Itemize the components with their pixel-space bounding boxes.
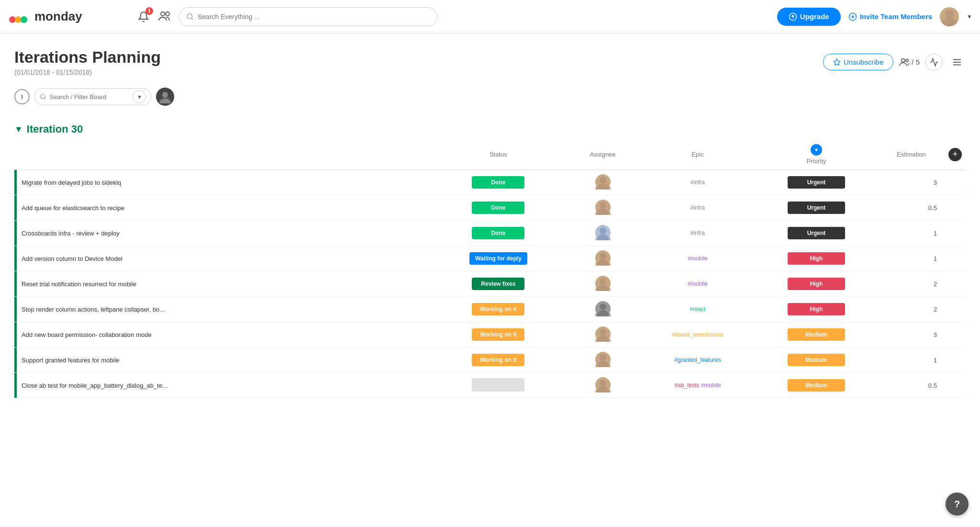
svg-point-29 bbox=[600, 202, 606, 209]
header-right: Upgrade Invite Team Members ▼ bbox=[777, 7, 972, 26]
priority-cell[interactable]: Urgent bbox=[755, 170, 878, 195]
row-action-cell bbox=[945, 221, 966, 246]
svg-point-3 bbox=[161, 12, 165, 16]
epic-cell[interactable]: #board_permissions bbox=[641, 322, 755, 348]
task-name-cell: Reset trial notification resurrect for m… bbox=[14, 271, 432, 297]
svg-marker-14 bbox=[834, 59, 840, 65]
info-button[interactable]: I bbox=[14, 89, 30, 104]
table-header-row: Status Assignee Epic ▾ Priority Estimati… bbox=[14, 139, 966, 170]
status-cell[interactable]: Working on it bbox=[432, 297, 565, 322]
toolbar: I ▾ bbox=[14, 88, 966, 106]
priority-cell[interactable]: Medium bbox=[755, 322, 878, 348]
estimation-cell: 0.5 bbox=[878, 373, 945, 398]
priority-cell[interactable]: Medium bbox=[755, 373, 878, 398]
col-header-status: Status bbox=[432, 139, 565, 170]
svg-point-1 bbox=[15, 16, 22, 23]
svg-point-2 bbox=[21, 16, 27, 23]
avatar-dropdown-icon[interactable]: ▼ bbox=[967, 13, 972, 20]
board-title-right: Unsubscribe / 5 bbox=[823, 54, 966, 71]
user-avatar[interactable] bbox=[940, 7, 959, 26]
svg-point-20 bbox=[41, 94, 45, 99]
epic-cell[interactable]: #infra bbox=[641, 170, 755, 195]
assignee-cell bbox=[565, 221, 641, 246]
group-header[interactable]: ▼ Iteration 30 bbox=[14, 115, 966, 139]
status-cell[interactable]: Done bbox=[432, 195, 565, 221]
search-input[interactable] bbox=[198, 13, 430, 21]
row-action-cell bbox=[945, 297, 966, 322]
svg-point-0 bbox=[9, 16, 16, 23]
menu-button[interactable] bbox=[948, 54, 966, 71]
assignee-cell bbox=[565, 373, 641, 398]
app-header: monday 1 Upgrade bbox=[0, 0, 980, 34]
status-cell[interactable] bbox=[432, 373, 565, 398]
row-action-cell bbox=[945, 170, 966, 195]
svg-point-41 bbox=[600, 303, 606, 310]
add-column-button[interactable]: + bbox=[948, 148, 962, 161]
priority-cell[interactable]: High bbox=[755, 246, 878, 271]
task-name-cell: Migrate from delayed jobs to sidekiq bbox=[14, 170, 432, 195]
unsubscribe-button[interactable]: Unsubscribe bbox=[823, 54, 893, 70]
status-cell[interactable]: Done bbox=[432, 221, 565, 246]
row-action-cell bbox=[945, 246, 966, 271]
table-row: Close ab test for mobile_app_battery_dia… bbox=[14, 373, 966, 398]
status-cell[interactable]: Done bbox=[432, 170, 565, 195]
epic-cell[interactable]: #mobile bbox=[641, 246, 755, 271]
status-cell[interactable]: Waiting for deply bbox=[432, 246, 565, 271]
svg-point-32 bbox=[600, 227, 606, 234]
estimation-cell: 1 bbox=[878, 221, 945, 246]
row-action-cell bbox=[945, 373, 966, 398]
row-action-cell bbox=[945, 322, 966, 348]
filter-dropdown-button[interactable]: ▾ bbox=[133, 90, 146, 103]
priority-cell[interactable]: Medium bbox=[755, 348, 878, 373]
activity-button[interactable] bbox=[925, 54, 943, 71]
svg-line-21 bbox=[45, 98, 46, 100]
estimation-cell: 3 bbox=[878, 170, 945, 195]
epic-cell[interactable]: #granted_features bbox=[641, 348, 755, 373]
table-row: Add new board permission- collaboration … bbox=[14, 322, 966, 348]
svg-point-16 bbox=[906, 59, 909, 61]
assignee-cell bbox=[565, 170, 641, 195]
team-icon[interactable] bbox=[158, 9, 171, 24]
table-row: Add queue for elasticsearch to recipe Do… bbox=[14, 195, 966, 221]
table-row: Support granted features for mobile Work… bbox=[14, 348, 966, 373]
members-count[interactable]: / 5 bbox=[899, 57, 920, 67]
notifications-button[interactable]: 1 bbox=[135, 8, 152, 25]
assignee-filter-button[interactable] bbox=[156, 88, 174, 106]
svg-point-47 bbox=[600, 354, 606, 361]
invite-button[interactable]: Invite Team Members bbox=[848, 12, 932, 21]
priority-cell[interactable]: High bbox=[755, 271, 878, 297]
estimation-cell: 2 bbox=[878, 271, 945, 297]
status-cell[interactable]: Working on it bbox=[432, 322, 565, 348]
epic-cell[interactable]: #react bbox=[641, 297, 755, 322]
row-action-cell bbox=[945, 271, 966, 297]
task-name-cell: Stop render column actions, leftpane col… bbox=[14, 297, 432, 322]
epic-cell[interactable]: #ab_tests #mobile bbox=[641, 373, 755, 398]
svg-point-12 bbox=[945, 10, 954, 19]
priority-cell[interactable]: Urgent bbox=[755, 195, 878, 221]
page-title: Iterations Planning bbox=[14, 48, 161, 67]
status-cell[interactable]: Review fixes bbox=[432, 271, 565, 297]
upgrade-button[interactable]: Upgrade bbox=[777, 8, 841, 26]
status-cell[interactable]: Working on it bbox=[432, 348, 565, 373]
epic-cell[interactable]: #mobile bbox=[641, 271, 755, 297]
svg-point-26 bbox=[600, 177, 606, 183]
epic-cell[interactable]: #infra bbox=[641, 221, 755, 246]
svg-line-6 bbox=[191, 18, 193, 20]
table-row: Reset trial notification resurrect for m… bbox=[14, 271, 966, 297]
tasks-table: ▼ Iteration 30 Status Assignee Epic ▾ Pr… bbox=[14, 115, 966, 398]
assignee-cell bbox=[565, 322, 641, 348]
svg-point-23 bbox=[162, 92, 168, 98]
logo-text: monday bbox=[34, 9, 82, 24]
priority-dropdown-icon[interactable]: ▾ bbox=[811, 144, 822, 156]
filter-search[interactable]: ▾ bbox=[34, 88, 151, 105]
assignee-cell bbox=[565, 195, 641, 221]
filter-input[interactable] bbox=[49, 93, 130, 101]
priority-cell[interactable]: High bbox=[755, 297, 878, 322]
priority-cell[interactable]: Urgent bbox=[755, 221, 878, 246]
global-search[interactable] bbox=[179, 7, 437, 26]
svg-point-4 bbox=[166, 12, 169, 16]
table-row: Stop render column actions, leftpane col… bbox=[14, 297, 966, 322]
table-row: Crossboards infra - review + deploy Done… bbox=[14, 221, 966, 246]
estimation-cell: 1 bbox=[878, 348, 945, 373]
epic-cell[interactable]: #infra bbox=[641, 195, 755, 221]
